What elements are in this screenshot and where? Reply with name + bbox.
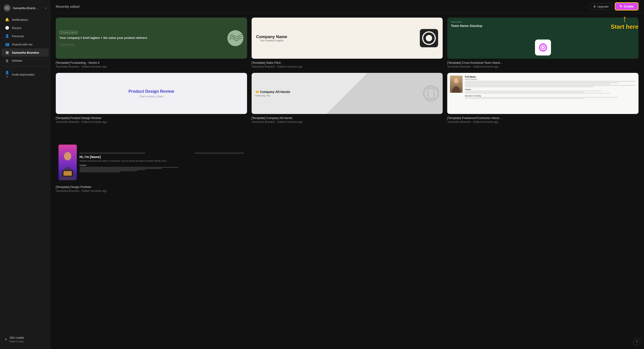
content-area: [Company Name] Your company's brief tagl… bbox=[50, 13, 644, 349]
template-name: [Template] Sales Pitch bbox=[252, 61, 443, 64]
template-thumb-sales: Company Name Your company's tagline bbox=[252, 17, 443, 59]
template-meta: Samantha Brandon · Edited moments ago bbox=[56, 120, 247, 124]
template-card-product[interactable]: Product Design Review [Team member] • [D… bbox=[56, 73, 247, 124]
template-meta: Samantha Brandon · Edited moments ago bbox=[252, 120, 443, 124]
template-thumb-standup: Team Name Team Name Standup bbox=[447, 17, 638, 59]
templates-grid-row3: Hi, I'm [Name] Introduce yourself and yo… bbox=[56, 142, 638, 193]
templates-grid-row2: Product Design Review [Team member] • [D… bbox=[56, 73, 638, 124]
header: Recently edited ⚙ Upgrade ✎ Create ↑ Sta… bbox=[50, 0, 644, 13]
upgrade-icon: ⚙ bbox=[593, 5, 596, 8]
sidebar-item-label: Deleted bbox=[12, 59, 22, 62]
bell-icon: 🔔 bbox=[5, 17, 9, 22]
templates-grid-row1: [Company Name] Your company's brief tagl… bbox=[56, 17, 638, 68]
sidebar-item-samantha[interactable]: ▦ Samantha Brandon bbox=[1, 48, 49, 57]
credits-amount: 500 credits bbox=[10, 336, 24, 340]
template-meta: Samantha Brandon · Edited moments ago bbox=[447, 120, 638, 124]
credits-item[interactable]: ✦ 500 credits Refer & earn bbox=[2, 334, 48, 345]
template-card-sales[interactable]: Company Name Your company's tagline [Te bbox=[252, 17, 443, 68]
people-icon: 👥 bbox=[5, 42, 9, 46]
sidebar-nav: 🔔 Notifications 🕐 Recent 👤 Personal 👥 Sh… bbox=[0, 15, 50, 332]
sidebar-item-shared[interactable]: 👥 Shared with me bbox=[1, 40, 49, 48]
template-name: [Template] Company All-Hands bbox=[252, 116, 443, 120]
sidebar-item-label: Invite teammates bbox=[12, 73, 34, 76]
sidebar-item-label: Recent bbox=[12, 26, 21, 30]
chevron-down-icon: ▾ bbox=[45, 7, 46, 9]
template-thumb-allhands: 🤝 Company All-Hands Month Day, Year bbox=[252, 73, 443, 114]
template-card-allhands[interactable]: 🤝 Company All-Hands Month Day, Year [Tem… bbox=[252, 73, 443, 124]
create-label: Create bbox=[624, 4, 634, 8]
trash-icon: 🗑 bbox=[5, 59, 9, 63]
user-menu[interactable]: SB Samantha Brand... ▾ bbox=[0, 3, 50, 15]
sidebar-item-label: Notifications bbox=[12, 18, 28, 21]
template-name: [Template] Cross-functional Team Stand..… bbox=[447, 61, 638, 64]
template-meta: Samantha Brandon · Edited moments ago bbox=[56, 65, 247, 68]
svg-point-7 bbox=[64, 152, 71, 160]
header-title: Recently edited bbox=[56, 4, 79, 8]
sidebar-item-label: Samantha Brandon bbox=[12, 51, 39, 54]
sidebar-item-invite[interactable]: 👤+ Invite teammates bbox=[1, 68, 49, 81]
upgrade-button[interactable]: ⚙ Upgrade bbox=[590, 3, 612, 10]
sidebar-bottom: ✦ 500 credits Refer & earn bbox=[0, 332, 50, 346]
template-name: [Template] Design Portfolio bbox=[56, 185, 247, 189]
avatar: SB bbox=[4, 4, 10, 11]
svg-rect-3 bbox=[542, 47, 544, 48]
user-name-label: Samantha Brand... bbox=[13, 6, 43, 10]
template-card-fundraising[interactable]: [Company Name] Your company's brief tagl… bbox=[56, 17, 247, 68]
template-thumb-fundraising: [Company Name] Your company's brief tagl… bbox=[56, 17, 247, 59]
content-inner: [Company Name] Your company's brief tagl… bbox=[56, 17, 638, 193]
star-icon: ✦ bbox=[4, 338, 7, 341]
sidebar: SB Samantha Brand... ▾ 🔔 Notifications 🕐… bbox=[0, 0, 50, 349]
templates-grid-row2-wrapper: Product Design Review [Team member] • [D… bbox=[56, 73, 638, 124]
create-btn-wrapper: ✎ Create ↑ Start here bbox=[615, 2, 638, 10]
template-thumb-product: Product Design Review [Team member] • [D… bbox=[56, 73, 247, 114]
template-card-portfolio[interactable]: Hi, I'm [Name] Introduce yourself and yo… bbox=[56, 142, 247, 193]
sidebar-item-label: Shared with me bbox=[12, 43, 32, 46]
clock-icon: 🕐 bbox=[5, 26, 9, 30]
create-icon: ✎ bbox=[620, 4, 622, 8]
svg-rect-9 bbox=[64, 171, 72, 176]
sidebar-item-deleted[interactable]: 🗑 Deleted bbox=[1, 57, 49, 65]
template-meta: Samantha Brandon · Edited moments ago bbox=[447, 65, 638, 68]
person-icon: 👤 bbox=[5, 34, 9, 38]
sidebar-item-recent[interactable]: 🕐 Recent bbox=[1, 24, 49, 32]
template-card-freelancer[interactable]: Full Name Area of Expertise bbox=[447, 73, 638, 124]
template-name: [Template] Fundraising - Series A bbox=[56, 61, 247, 64]
help-button[interactable]: ? bbox=[633, 338, 640, 345]
template-card-standup[interactable]: Team Name Team Name Standup bbox=[447, 17, 638, 68]
header-actions: ⚙ Upgrade ✎ Create ↑ Start here bbox=[590, 2, 638, 10]
question-mark-icon: ? bbox=[636, 340, 638, 344]
template-meta: Samantha Brandon · Edited moments ago bbox=[56, 189, 247, 193]
template-thumb-freelancer: Full Name Area of Expertise bbox=[447, 73, 638, 114]
template-name: [Template] Product Design Review bbox=[56, 116, 247, 120]
create-button[interactable]: ✎ Create bbox=[615, 2, 638, 10]
sidebar-item-notifications[interactable]: 🔔 Notifications bbox=[1, 15, 49, 24]
svg-point-5 bbox=[454, 78, 458, 83]
sidebar-item-label: Personal bbox=[12, 34, 24, 38]
main-content: Recently edited ⚙ Upgrade ✎ Create ↑ Sta… bbox=[50, 0, 644, 349]
grid-icon: ▦ bbox=[5, 50, 9, 55]
credits-sub: Refer & earn bbox=[10, 340, 24, 343]
template-meta: Samantha Brandon · Edited moments ago bbox=[252, 65, 443, 68]
sidebar-item-personal[interactable]: 👤 Personal bbox=[1, 32, 49, 40]
sidebar-divider bbox=[3, 66, 47, 67]
template-thumb-portfolio: Hi, I'm [Name] Introduce yourself and yo… bbox=[56, 142, 247, 183]
template-name: [Template] Freelancer/Contractor About .… bbox=[447, 116, 638, 120]
add-person-icon: 👤+ bbox=[5, 71, 9, 79]
upgrade-label: Upgrade bbox=[598, 5, 609, 8]
